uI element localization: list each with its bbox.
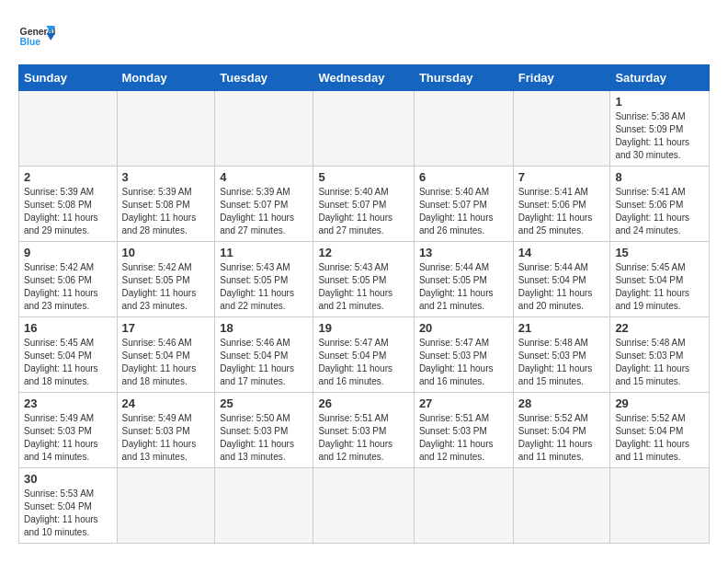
calendar-cell: 19Sunrise: 5:47 AM Sunset: 5:04 PM Dayli… [313,317,414,393]
calendar-cell: 26Sunrise: 5:51 AM Sunset: 5:03 PM Dayli… [313,393,414,468]
calendar-cell: 30Sunrise: 5:53 AM Sunset: 5:04 PM Dayli… [19,468,118,544]
calendar-week-row: 1Sunrise: 5:38 AM Sunset: 5:09 PM Daylig… [19,91,710,167]
calendar-cell: 22Sunrise: 5:48 AM Sunset: 5:03 PM Dayli… [610,317,710,393]
page-header: General Blue [18,18,710,55]
calendar-week-row: 2Sunrise: 5:39 AM Sunset: 5:08 PM Daylig… [19,167,710,242]
cell-content: Sunrise: 5:47 AM Sunset: 5:04 PM Dayligh… [318,337,408,388]
cell-content: Sunrise: 5:43 AM Sunset: 5:05 PM Dayligh… [220,261,308,313]
day-number: 6 [419,170,508,184]
day-number: 2 [24,170,112,184]
calendar-cell: 3Sunrise: 5:39 AM Sunset: 5:08 PM Daylig… [117,167,215,242]
day-number: 10 [122,246,210,259]
cell-content: Sunrise: 5:49 AM Sunset: 5:03 PM Dayligh… [122,412,210,464]
day-number: 11 [220,246,308,259]
cell-content: Sunrise: 5:39 AM Sunset: 5:07 PM Dayligh… [220,186,308,237]
calendar-week-row: 16Sunrise: 5:45 AM Sunset: 5:04 PM Dayli… [19,317,710,393]
calendar-cell: 16Sunrise: 5:45 AM Sunset: 5:04 PM Dayli… [19,317,118,393]
cell-content: Sunrise: 5:40 AM Sunset: 5:07 PM Dayligh… [318,186,408,237]
day-number: 4 [220,170,308,184]
calendar-week-row: 30Sunrise: 5:53 AM Sunset: 5:04 PM Dayli… [19,468,710,544]
calendar-cell [513,468,610,544]
calendar-cell: 5Sunrise: 5:40 AM Sunset: 5:07 PM Daylig… [313,167,414,242]
cell-content: Sunrise: 5:39 AM Sunset: 5:08 PM Dayligh… [122,186,210,237]
cell-content: Sunrise: 5:52 AM Sunset: 5:04 PM Dayligh… [518,412,606,464]
cell-content: Sunrise: 5:42 AM Sunset: 5:06 PM Dayligh… [24,261,112,313]
logo-icon: General Blue [18,18,55,55]
calendar-table: SundayMondayTuesdayWednesdayThursdayFrid… [18,64,710,544]
day-number: 12 [318,246,408,259]
calendar-cell: 24Sunrise: 5:49 AM Sunset: 5:03 PM Dayli… [117,393,215,468]
calendar-week-row: 9Sunrise: 5:42 AM Sunset: 5:06 PM Daylig… [19,242,710,317]
day-number: 15 [615,246,704,259]
calendar-cell [215,91,313,167]
calendar-cell: 8Sunrise: 5:41 AM Sunset: 5:06 PM Daylig… [610,167,710,242]
day-number: 3 [122,170,210,184]
day-of-week-header: Friday [513,65,610,91]
cell-content: Sunrise: 5:52 AM Sunset: 5:04 PM Dayligh… [615,412,704,464]
day-of-week-header: Sunday [19,65,118,91]
day-number: 19 [318,321,408,335]
calendar-cell: 20Sunrise: 5:47 AM Sunset: 5:03 PM Dayli… [414,317,513,393]
cell-content: Sunrise: 5:43 AM Sunset: 5:05 PM Dayligh… [318,261,408,313]
calendar-cell [19,91,118,167]
day-number: 25 [220,396,308,410]
cell-content: Sunrise: 5:44 AM Sunset: 5:04 PM Dayligh… [518,261,606,313]
day-number: 7 [518,170,606,184]
day-number: 5 [318,170,408,184]
calendar-cell: 6Sunrise: 5:40 AM Sunset: 5:07 PM Daylig… [414,167,513,242]
calendar-cell [313,91,414,167]
calendar-cell [414,91,513,167]
cell-content: Sunrise: 5:45 AM Sunset: 5:04 PM Dayligh… [24,337,112,388]
day-of-week-header: Monday [117,65,215,91]
calendar-cell: 25Sunrise: 5:50 AM Sunset: 5:03 PM Dayli… [215,393,313,468]
calendar-header-row: SundayMondayTuesdayWednesdayThursdayFrid… [19,65,710,91]
calendar-cell [117,468,215,544]
cell-content: Sunrise: 5:45 AM Sunset: 5:04 PM Dayligh… [615,261,704,313]
calendar-cell: 10Sunrise: 5:42 AM Sunset: 5:05 PM Dayli… [117,242,215,317]
calendar-cell: 17Sunrise: 5:46 AM Sunset: 5:04 PM Dayli… [117,317,215,393]
cell-content: Sunrise: 5:38 AM Sunset: 5:09 PM Dayligh… [615,110,704,162]
cell-content: Sunrise: 5:51 AM Sunset: 5:03 PM Dayligh… [419,412,508,464]
day-number: 16 [24,321,112,335]
cell-content: Sunrise: 5:41 AM Sunset: 5:06 PM Dayligh… [615,186,704,237]
day-number: 1 [615,95,704,109]
day-number: 20 [419,321,508,335]
calendar-cell: 11Sunrise: 5:43 AM Sunset: 5:05 PM Dayli… [215,242,313,317]
cell-content: Sunrise: 5:50 AM Sunset: 5:03 PM Dayligh… [220,412,308,464]
calendar-cell: 7Sunrise: 5:41 AM Sunset: 5:06 PM Daylig… [513,167,610,242]
day-number: 24 [122,396,210,410]
day-number: 30 [24,472,112,486]
calendar-cell [117,91,215,167]
calendar-cell: 4Sunrise: 5:39 AM Sunset: 5:07 PM Daylig… [215,167,313,242]
calendar-cell: 2Sunrise: 5:39 AM Sunset: 5:08 PM Daylig… [19,167,118,242]
logo: General Blue [18,18,55,55]
cell-content: Sunrise: 5:47 AM Sunset: 5:03 PM Dayligh… [419,337,508,388]
calendar-cell: 21Sunrise: 5:48 AM Sunset: 5:03 PM Dayli… [513,317,610,393]
calendar-cell: 23Sunrise: 5:49 AM Sunset: 5:03 PM Dayli… [19,393,118,468]
calendar-cell: 1Sunrise: 5:38 AM Sunset: 5:09 PM Daylig… [610,91,710,167]
cell-content: Sunrise: 5:48 AM Sunset: 5:03 PM Dayligh… [518,337,606,388]
day-number: 9 [24,246,112,259]
day-of-week-header: Saturday [610,65,710,91]
calendar-cell: 27Sunrise: 5:51 AM Sunset: 5:03 PM Dayli… [414,393,513,468]
calendar-cell [414,468,513,544]
cell-content: Sunrise: 5:39 AM Sunset: 5:08 PM Dayligh… [24,186,112,237]
calendar-cell [513,91,610,167]
calendar-week-row: 23Sunrise: 5:49 AM Sunset: 5:03 PM Dayli… [19,393,710,468]
cell-content: Sunrise: 5:51 AM Sunset: 5:03 PM Dayligh… [318,412,408,464]
day-number: 8 [615,170,704,184]
calendar-cell: 18Sunrise: 5:46 AM Sunset: 5:04 PM Dayli… [215,317,313,393]
calendar-cell: 28Sunrise: 5:52 AM Sunset: 5:04 PM Dayli… [513,393,610,468]
calendar-cell: 13Sunrise: 5:44 AM Sunset: 5:05 PM Dayli… [414,242,513,317]
cell-content: Sunrise: 5:46 AM Sunset: 5:04 PM Dayligh… [122,337,210,388]
day-number: 18 [220,321,308,335]
day-number: 26 [318,396,408,410]
day-number: 22 [615,321,704,335]
calendar-cell: 14Sunrise: 5:44 AM Sunset: 5:04 PM Dayli… [513,242,610,317]
cell-content: Sunrise: 5:44 AM Sunset: 5:05 PM Dayligh… [419,261,508,313]
calendar-cell [610,468,710,544]
cell-content: Sunrise: 5:53 AM Sunset: 5:04 PM Dayligh… [24,488,112,539]
day-number: 17 [122,321,210,335]
day-number: 29 [615,396,704,410]
calendar-cell [215,468,313,544]
